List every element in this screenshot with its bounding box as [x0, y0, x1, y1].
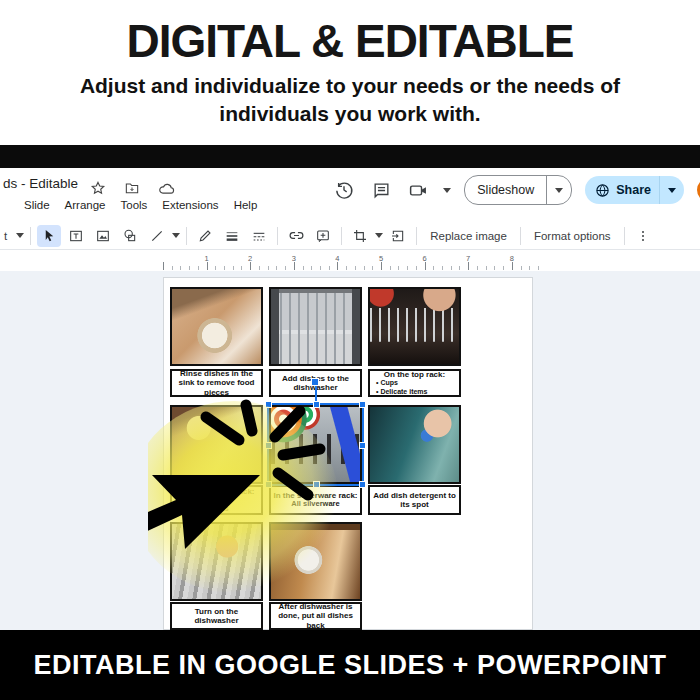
meet-dropdown-caret[interactable]	[443, 188, 451, 193]
insert-image-icon[interactable]	[91, 225, 115, 247]
add-comment-icon[interactable]	[311, 225, 335, 247]
photo-bottom-rack[interactable]	[170, 405, 263, 484]
share-label: Share	[610, 183, 659, 197]
footer-label: EDITABLE IN GOOGLE SLIDES + POWERPOINT	[34, 650, 667, 681]
ruler-number: 3	[292, 254, 296, 263]
reset-image-icon[interactable]	[386, 225, 410, 247]
toolbar-separator	[186, 227, 187, 245]
caption-bold: On the bottom rack:	[178, 487, 254, 496]
meet-camera-icon[interactable]	[406, 178, 430, 202]
caption-text: Turn on the dishwasher	[172, 607, 261, 626]
card-caption[interactable]: Rinse dishes in the sink to remove food …	[170, 369, 263, 397]
hero-section: DIGITAL & EDITABLE Adjust and individual…	[0, 0, 700, 145]
toolbar-separator	[30, 227, 31, 245]
replace-image-button[interactable]: Replace image	[423, 225, 514, 247]
menu-extensions[interactable]: Extensions	[162, 199, 218, 211]
globe-icon	[585, 183, 610, 198]
toolbar-separator	[341, 227, 342, 245]
top-divider-bar	[0, 145, 700, 168]
toolbar-separator	[520, 227, 521, 245]
card-caption[interactable]: Add dish detergent to its spot	[368, 485, 461, 515]
caption-bullet: • Plates	[175, 496, 203, 504]
hero-subtitle: Adjust and individualize to your needs o…	[50, 72, 650, 127]
cloud-status-icon[interactable]	[154, 176, 178, 200]
card-caption[interactable]: Turn on the dishwasher	[170, 602, 263, 630]
menu-bar: Slide Arrange Tools Extensions Help	[24, 199, 257, 211]
star-icon[interactable]	[86, 176, 110, 200]
more-options-icon[interactable]	[631, 225, 655, 247]
ruler-number: 2	[248, 254, 252, 263]
move-folder-icon[interactable]	[120, 176, 144, 200]
photo-rinse-dishes[interactable]	[170, 287, 263, 366]
border-color-icon[interactable]	[193, 225, 217, 247]
rotation-handle[interactable]	[311, 378, 319, 386]
caption-text: Add dish detergent to its spot	[370, 491, 459, 510]
ruler-number: 4	[335, 254, 339, 263]
text-box-icon[interactable]	[64, 225, 88, 247]
select-tool[interactable]	[37, 225, 61, 247]
ruler-number: 7	[466, 254, 470, 263]
ruler-number: 1	[205, 254, 209, 263]
zoom-select[interactable]: t	[2, 230, 13, 242]
hero-title: DIGITAL & EDITABLE	[0, 14, 700, 68]
menu-tools[interactable]: Tools	[121, 199, 148, 211]
ruler-number: 8	[510, 254, 514, 263]
share-dropdown[interactable]	[659, 176, 684, 204]
slide-canvas[interactable]: Rinse dishes in the sink to remove food …	[0, 271, 700, 630]
line-dropdown-caret[interactable]	[172, 233, 180, 238]
ruler-ticks: 1 2 3 4 5 6 7 8	[163, 255, 545, 270]
caption-bullet: • Durable items	[175, 505, 229, 513]
caption-text: Rinse dishes in the sink to remove food …	[172, 369, 261, 397]
card-caption[interactable]: After dishwasher is done, put all dishes…	[269, 602, 362, 630]
border-weight-icon[interactable]	[220, 225, 244, 247]
version-history-icon[interactable]	[332, 178, 356, 202]
caption-bullet: • Cups	[373, 379, 398, 387]
footer-banner: EDITABLE IN GOOGLE SLIDES + POWERPOINT	[0, 630, 700, 700]
caption-text: All silverware	[291, 500, 339, 509]
share-button[interactable]: Share	[585, 176, 684, 204]
photo-detergent[interactable]	[368, 405, 461, 484]
document-title[interactable]: ds - Editable	[3, 176, 78, 191]
photo-add-dishes[interactable]	[269, 287, 362, 366]
photo-put-back[interactable]	[269, 522, 362, 601]
border-dash-icon[interactable]	[247, 225, 271, 247]
toolbar-separator	[416, 227, 417, 245]
insert-shape-icon[interactable]	[118, 225, 142, 247]
toolbar-separator	[624, 227, 625, 245]
insert-link-icon[interactable]	[284, 225, 308, 247]
format-options-button[interactable]: Format options	[527, 225, 618, 247]
toolbar-separator	[277, 227, 278, 245]
menu-help[interactable]: Help	[234, 199, 258, 211]
insert-line-icon[interactable]	[145, 225, 169, 247]
slideshow-dropdown[interactable]	[546, 176, 571, 204]
caption-text: After dishwasher is done, put all dishes…	[271, 602, 360, 630]
slideshow-button[interactable]: Slideshow	[464, 175, 572, 205]
caption-bold: On the top rack:	[384, 370, 445, 379]
horizontal-ruler: 1 2 3 4 5 6 7 8	[0, 254, 700, 271]
comments-icon[interactable]	[369, 178, 393, 202]
card-caption[interactable]: On the top rack: • Cups • Delicate items	[368, 369, 461, 397]
card-caption[interactable]: In the silverware rack: All silverware	[269, 485, 362, 515]
zoom-dropdown-caret[interactable]	[16, 233, 24, 238]
crop-icon[interactable]	[348, 225, 372, 247]
ruler-number: 5	[379, 254, 383, 263]
caption-bullet: • Delicate items	[373, 388, 428, 396]
rotation-handle-line	[315, 384, 317, 404]
slideshow-label: Slideshow	[465, 183, 546, 197]
ruler-number: 6	[423, 254, 427, 263]
crop-dropdown-caret[interactable]	[375, 233, 383, 238]
menu-slide[interactable]: Slide	[24, 199, 50, 211]
toolbar: t	[0, 222, 700, 250]
card-caption[interactable]: On the bottom rack: • Plates • Durable i…	[170, 485, 263, 515]
photo-turn-on[interactable]	[170, 522, 263, 601]
menu-arrange[interactable]: Arrange	[65, 199, 106, 211]
photo-top-rack[interactable]	[368, 287, 461, 366]
photo-silverware-rack[interactable]	[269, 405, 362, 484]
google-slides-window: ds - Editable Slide Arrange Tools Extens…	[0, 168, 700, 630]
